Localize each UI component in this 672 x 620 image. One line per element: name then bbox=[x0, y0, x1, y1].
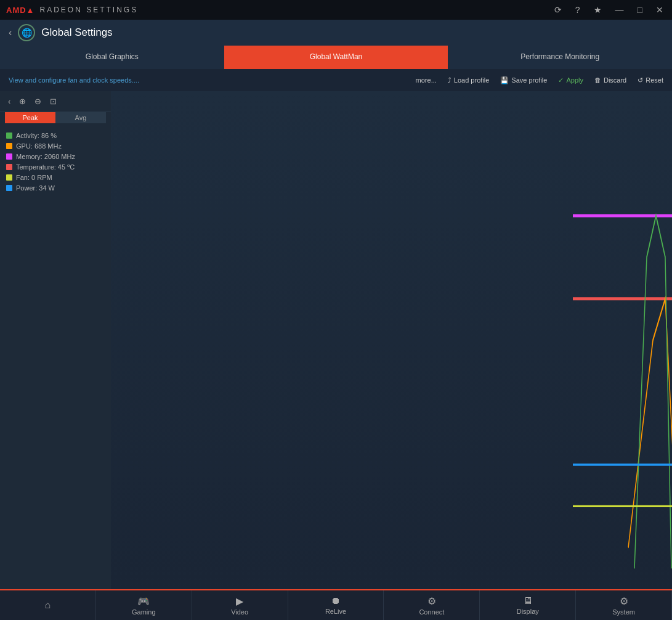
tab-global-graphics[interactable]: Global Graphics bbox=[0, 46, 224, 69]
connect-label: Connect bbox=[419, 608, 444, 616]
hint-text: View and configure fan and clock speeds.… bbox=[9, 76, 405, 84]
svg-rect-0 bbox=[111, 91, 672, 589]
relive-label: ReLive bbox=[325, 608, 346, 615]
memory-color-dot bbox=[6, 153, 12, 160]
nav-home[interactable]: ⌂ bbox=[0, 590, 96, 620]
tab-performance-monitoring[interactable]: Performance Monitoring bbox=[448, 46, 672, 69]
refresh-button[interactable]: ⟳ bbox=[552, 4, 564, 16]
title-bar-left: AMD▲ RADEON SETTINGS bbox=[6, 6, 138, 15]
help-button[interactable]: ? bbox=[573, 4, 583, 16]
legend-item-temperature: Temperature: 45 ºC bbox=[6, 163, 105, 171]
load-profile-button[interactable]: ⤴ Load profile bbox=[448, 76, 490, 84]
nav-bar: ‹ 🌐 Global Settings bbox=[0, 20, 672, 46]
nav-relive[interactable]: ⏺ ReLive bbox=[288, 590, 384, 620]
nav-gaming[interactable]: 🎮 Gaming bbox=[96, 590, 192, 620]
memory-label: Memory: 2060 MHz bbox=[16, 153, 75, 160]
legend-item-power: Power: 34 W bbox=[6, 184, 105, 192]
main-content: ‹ ⊕ ⊖ ⊡ Peak Avg Activity: 86 % GPU: 688… bbox=[0, 91, 672, 589]
legend-item-activity: Activity: 86 % bbox=[6, 132, 105, 139]
globe-icon: 🌐 bbox=[18, 24, 35, 41]
legend-item-fan: Fan: 0 RPM bbox=[6, 174, 105, 181]
system-icon: ⚙ bbox=[620, 595, 628, 607]
peak-button[interactable]: Peak bbox=[5, 112, 55, 123]
left-panel: ‹ ⊕ ⊖ ⊡ Peak Avg Activity: 86 % GPU: 688… bbox=[0, 91, 111, 589]
back-button[interactable]: ‹ bbox=[9, 27, 12, 38]
activity-label: Activity: 86 % bbox=[16, 132, 57, 139]
nav-system[interactable]: ⚙ System bbox=[576, 590, 672, 620]
amd-logo: AMD▲ bbox=[6, 6, 34, 15]
fan-label: Fan: 0 RPM bbox=[16, 174, 52, 181]
radeon-settings-text: RADEON SETTINGS bbox=[39, 6, 138, 14]
relive-icon: ⏺ bbox=[331, 595, 341, 606]
legend-item-memory: Memory: 2060 MHz bbox=[6, 153, 105, 160]
action-bar: View and configure fan and clock speeds.… bbox=[0, 69, 672, 91]
avg-button[interactable]: Avg bbox=[55, 112, 106, 123]
tab-bar: Global Graphics Global WattMan Performan… bbox=[0, 46, 672, 69]
close-button[interactable]: ✕ bbox=[654, 4, 666, 16]
system-label: System bbox=[612, 608, 635, 616]
maximize-button[interactable]: □ bbox=[635, 4, 645, 16]
nav-video[interactable]: ▶ Video bbox=[192, 590, 288, 620]
zoom-in-button[interactable]: ⊕ bbox=[16, 95, 29, 108]
favorite-button[interactable]: ★ bbox=[591, 4, 604, 16]
video-label: Video bbox=[231, 608, 248, 616]
title-bar: AMD▲ RADEON SETTINGS ⟳ ? ★ — □ ✕ bbox=[0, 0, 672, 20]
gaming-label: Gaming bbox=[132, 608, 156, 616]
power-label: Power: 34 W bbox=[16, 184, 55, 192]
apply-button[interactable]: ✓ Apply bbox=[558, 76, 583, 84]
reset-button[interactable]: ↺ Reset bbox=[638, 76, 663, 84]
monitor-chart-area bbox=[111, 91, 672, 589]
minimize-button[interactable]: — bbox=[613, 4, 626, 16]
bottom-nav: ⌂ 🎮 Gaming ▶ Video ⏺ ReLive ⚙ Connect 🖥 … bbox=[0, 589, 672, 620]
more-button[interactable]: more... bbox=[416, 76, 437, 84]
display-label: Display bbox=[517, 608, 539, 615]
pan-button[interactable]: ‹ bbox=[5, 95, 14, 108]
save-profile-button[interactable]: 💾 Save profile bbox=[500, 76, 547, 84]
fit-button[interactable]: ⊡ bbox=[47, 95, 60, 108]
title-bar-controls: ⟳ ? ★ — □ ✕ bbox=[552, 4, 666, 16]
tab-global-wattman[interactable]: Global WattMan bbox=[224, 46, 448, 69]
power-color-dot bbox=[6, 185, 12, 191]
activity-color-dot bbox=[6, 133, 12, 139]
legend-item-gpu: GPU: 688 MHz bbox=[6, 142, 105, 150]
video-icon: ▶ bbox=[236, 595, 243, 607]
view-controls: ‹ ⊕ ⊖ ⊡ bbox=[0, 91, 111, 112]
monitor-chart-svg bbox=[111, 91, 672, 589]
fan-color-dot bbox=[6, 174, 12, 181]
legend: Activity: 86 % GPU: 688 MHz Memory: 2060… bbox=[0, 128, 111, 195]
discard-button[interactable]: 🗑 Discard bbox=[594, 76, 626, 84]
temp-color-dot bbox=[6, 164, 12, 170]
nav-connect[interactable]: ⚙ Connect bbox=[384, 590, 480, 620]
display-icon: 🖥 bbox=[523, 595, 533, 606]
home-icon: ⌂ bbox=[45, 600, 51, 611]
nav-display[interactable]: 🖥 Display bbox=[480, 590, 576, 620]
page-title: Global Settings bbox=[41, 27, 112, 39]
temp-label: Temperature: 45 ºC bbox=[16, 163, 75, 171]
zoom-out-button[interactable]: ⊖ bbox=[31, 95, 44, 108]
gpu-label: GPU: 688 MHz bbox=[16, 142, 62, 150]
gaming-icon: 🎮 bbox=[137, 595, 150, 607]
connect-icon: ⚙ bbox=[427, 595, 436, 607]
peak-avg-selector: Peak Avg bbox=[5, 112, 106, 123]
gpu-color-dot bbox=[6, 143, 12, 149]
